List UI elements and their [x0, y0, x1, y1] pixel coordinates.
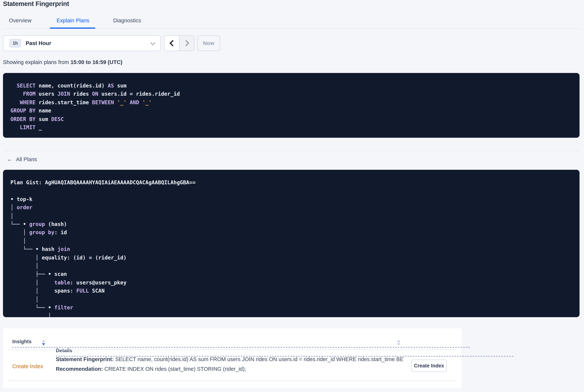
statement-fingerprint-line: Statement Fingerprint: SELECT name, coun… [56, 355, 404, 364]
code-segment [10, 91, 23, 97]
time-range-badge: 1h [9, 39, 21, 48]
code-line: │ [10, 237, 572, 245]
all-plans-back-link[interactable]: ← All Plans [7, 156, 37, 162]
code-segment: Plan Gist: AgHUAQIABQAAAAHYAQIAiAEAAAADC… [10, 180, 196, 186]
statement-fingerprint-value: SELECT name, count(rides.id) AS sum FROM… [114, 356, 404, 362]
code-segment: users.id = rides.rider_id [98, 91, 180, 97]
showing-range-value: 15:00 to 16:59 (UTC) [70, 59, 122, 65]
plan-gist-block: Plan Gist: AgHUAQIABQAAAAHYAQIAiAEAAAADC… [3, 170, 580, 317]
sort-icon-details[interactable] [397, 340, 400, 346]
code-line: │ [10, 295, 572, 304]
code-segment: LIMIT [20, 124, 35, 130]
code-line: │ [10, 212, 572, 220]
tab-diagnostics[interactable]: Diagnostics [113, 18, 141, 24]
sort-desc-icon [42, 343, 45, 346]
recommendation-line: Recommendation: CREATE INDEX ON rides (s… [56, 364, 404, 374]
code-line: WHERE rides.start_time BETWEEN '_' AND '… [10, 98, 572, 107]
code-segment: │ equality: (id) = (rider_id) [10, 254, 126, 260]
code-line: │ group by: id [10, 228, 572, 237]
time-range-select[interactable]: 1h Past Hour [3, 35, 161, 51]
page-title: Statement Fingerprint [3, 0, 69, 8]
sort-desc-icon [397, 343, 400, 346]
statement-fingerprint-label: Statement Fingerprint: [56, 356, 114, 362]
code-segment: rides.start_time [35, 100, 92, 105]
code-line: └── • filter [10, 304, 572, 312]
insight-details-cell: Statement Fingerprint: SELECT name, coun… [56, 355, 404, 374]
code-segment: │ [10, 238, 26, 244]
chevron-down-icon [150, 40, 155, 45]
code-segment: │ [10, 263, 39, 269]
code-segment: : id [54, 230, 67, 236]
code-line: │ table: users@users_pkey [10, 278, 572, 287]
code-segment: ORDER BY [10, 116, 35, 122]
code-line: • top-k [10, 195, 572, 204]
code-segment: sum [35, 116, 51, 122]
code-segment: │ spans: [10, 288, 76, 294]
code-segment: └── • hash [10, 246, 57, 252]
code-line: ORDER BY sum DESC [10, 115, 572, 123]
now-button[interactable]: Now [197, 35, 220, 51]
code-line: │ spans: FULL SCAN [10, 287, 572, 295]
showing-range-prefix: Showing explain plans from [3, 59, 70, 65]
sort-asc-icon [397, 340, 400, 342]
code-line: SELECT name, count(rides.id) AS sum [10, 82, 572, 90]
code-segment [10, 124, 20, 130]
create-index-button[interactable]: Create Index [411, 360, 447, 372]
code-segment: rides [70, 91, 92, 97]
code-line: │ [10, 312, 572, 317]
table-header-divider [7, 350, 457, 350]
sort-asc-icon [42, 340, 45, 342]
time-pager [164, 35, 194, 51]
recommendation-value: CREATE INDEX ON rides (start_time) STORI… [103, 366, 246, 372]
code-segment: (hash) [45, 221, 67, 227]
sql-statement-block: SELECT name, count(rides.id) AS sum FROM… [3, 73, 580, 138]
back-arrow-icon: ← [7, 156, 13, 162]
code-segment [114, 100, 117, 105]
code-segment: GROUP BY [10, 108, 35, 114]
column-header-insights[interactable]: Insights [12, 339, 471, 348]
page: Statement Fingerprint Overview Explain P… [0, 0, 584, 392]
code-segment: group [29, 221, 45, 227]
code-line: │ order [10, 203, 572, 212]
code-segment: JOIN [57, 91, 70, 97]
insight-type-link[interactable]: Create Index [12, 363, 43, 369]
code-segment: SCAN [89, 288, 104, 294]
code-segment [10, 100, 20, 105]
code-segment: │ [10, 213, 13, 219]
code-segment: AND [130, 100, 139, 105]
code-segment: '_' [117, 100, 126, 105]
prev-time-button[interactable] [164, 36, 179, 51]
code-segment: └── • [10, 304, 54, 310]
tab-overview[interactable]: Overview [9, 18, 31, 24]
code-segment: filter [54, 304, 73, 310]
code-segment: _ [35, 124, 42, 130]
code-line [10, 187, 572, 195]
code-segment: │ [10, 313, 51, 317]
chevron-right-icon [183, 40, 189, 46]
chevron-left-icon [169, 40, 176, 46]
code-segment: WHERE [20, 100, 35, 105]
code-segment: '_' [142, 100, 152, 105]
code-segment: DESC [51, 116, 64, 122]
code-segment: group by [29, 230, 54, 236]
code-segment: │ [10, 296, 39, 302]
code-segment: ├── • scan [10, 271, 67, 277]
next-time-button[interactable] [179, 36, 194, 51]
code-segment: ON [92, 91, 98, 97]
recommendation-label: Recommendation: [56, 366, 103, 372]
code-segment: BETWEEN [92, 100, 114, 105]
code-segment: : users@users_pkey [70, 280, 126, 286]
tab-explain-plans[interactable]: Explain Plans [56, 18, 89, 24]
code-line: GROUP BY name [10, 106, 572, 115]
section-divider [3, 151, 581, 151]
code-segment [10, 83, 17, 88]
code-segment: SELECT [17, 83, 35, 88]
sort-icon-insights[interactable] [42, 340, 45, 346]
code-segment: table [54, 280, 70, 286]
code-segment: sum [114, 83, 126, 88]
code-segment: │ [10, 280, 54, 286]
code-segment [139, 100, 142, 105]
active-tab-underline [50, 28, 95, 29]
code-segment: name [35, 108, 51, 114]
code-line: FROM users JOIN rides ON users.id = ride… [10, 90, 572, 98]
